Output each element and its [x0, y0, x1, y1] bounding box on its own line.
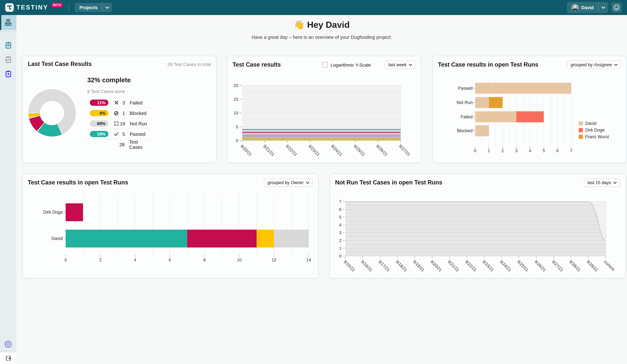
- svg-text:3: 3: [515, 148, 518, 153]
- svg-text:Failed: Failed: [461, 114, 472, 119]
- chevron-down-icon: [409, 64, 412, 66]
- svg-text:9/27/21: 9/27/21: [551, 259, 564, 272]
- beta-badge: BETA: [52, 2, 63, 7]
- svg-text:9/19/21: 9/19/21: [412, 259, 425, 272]
- sidebar: [0, 15, 16, 352]
- log-scale-label: Logarithmic Y-Scale: [330, 62, 371, 67]
- card-title: Test Case results: [232, 61, 322, 68]
- not-run-area-chart: 012345679/15/219/16/219/17/219/18/219/19…: [330, 174, 625, 278]
- svg-text:15: 15: [233, 97, 238, 102]
- sidebar-collapse-button[interactable]: [0, 352, 16, 364]
- log-scale-checkbox[interactable]: [322, 62, 328, 68]
- gear-icon: [4, 340, 12, 348]
- sidebar-item-test-runs[interactable]: [0, 67, 16, 81]
- log-scale-toggle[interactable]: Logarithmic Y-Scale: [322, 62, 371, 68]
- chevron-down-icon: [613, 182, 617, 184]
- svg-text:Franz Wurst: Franz Wurst: [585, 134, 609, 139]
- svg-text:7: 7: [570, 148, 572, 153]
- card-title: Last Test Case Results: [28, 61, 167, 68]
- projects-button-label: Projects: [75, 3, 102, 12]
- svg-text:9/25/21: 9/25/21: [353, 144, 366, 157]
- group-by-select[interactable]: grouped by Assignee: [567, 61, 621, 69]
- card-title: Test Case results in open Test Runs: [438, 61, 567, 68]
- svg-text:9/25/21: 9/25/21: [516, 259, 529, 272]
- brand-wordmark: TESTINY: [16, 4, 48, 11]
- page-title: 👋 Hey David: [16, 20, 627, 30]
- svg-text:5: 5: [236, 125, 238, 129]
- svg-text:Passed: Passed: [458, 86, 472, 91]
- svg-text:Dirk Doge: Dirk Doge: [43, 210, 63, 215]
- assignee-bar-chart: PassedNot RunFailedBlocked01234567DavidD…: [433, 56, 626, 162]
- svg-text:20: 20: [233, 83, 238, 88]
- svg-text:4: 4: [529, 148, 531, 153]
- testiny-logo-icon: [5, 3, 14, 12]
- svg-text:9/26/21: 9/26/21: [375, 144, 389, 157]
- collapse-sidebar-icon: [5, 356, 11, 361]
- user-name: David: [581, 5, 594, 10]
- svg-text:14: 14: [306, 258, 311, 262]
- svg-text:10: 10: [237, 258, 242, 262]
- chevron-down-icon: [614, 64, 618, 66]
- svg-text:9/24/21: 9/24/21: [499, 259, 512, 272]
- sidebar-item-test-plans[interactable]: [0, 52, 16, 67]
- card-open-runs-by-assignee: Test Case results in open Test Runs grou…: [432, 56, 627, 163]
- user-menu-button[interactable]: David: [567, 2, 608, 13]
- svg-text:9/22/21: 9/22/21: [285, 144, 298, 157]
- svg-text:12: 12: [272, 258, 276, 262]
- svg-text:4: 4: [134, 258, 136, 262]
- svg-text:2: 2: [339, 238, 341, 243]
- top-bar: TESTINY BETA Projects: [0, 0, 627, 15]
- svg-text:9/24/21: 9/24/21: [330, 144, 343, 157]
- projects-button[interactable]: Projects: [75, 3, 112, 12]
- svg-text:1: 1: [339, 246, 341, 251]
- page-subtitle: Have a great day – here is an overview o…: [16, 35, 627, 40]
- svg-text:9/15/21: 9/15/21: [343, 259, 356, 272]
- svg-text:Dirk Doge: Dirk Doge: [585, 128, 605, 133]
- svg-text:9/20/21: 9/20/21: [430, 259, 443, 272]
- svg-text:0: 0: [339, 254, 341, 259]
- svg-text:9/28/21: 9/28/21: [568, 259, 582, 272]
- sidebar-item-settings[interactable]: [0, 340, 16, 348]
- welcome-header: 👋 Hey David Have a great day – here is a…: [16, 20, 627, 40]
- card-open-runs-by-owner: Test Case results in open Test Runs grou…: [22, 174, 318, 278]
- svg-text:9/21/21: 9/21/21: [262, 144, 275, 157]
- svg-text:9/22/21: 9/22/21: [464, 259, 477, 272]
- svg-text:current: current: [603, 259, 616, 272]
- svg-text:4: 4: [339, 223, 341, 227]
- app-logo[interactable]: TESTINY BETA: [5, 3, 63, 12]
- sidebar-item-test-cases[interactable]: [0, 38, 16, 52]
- total-note: 28 Test Cases in total: [167, 61, 211, 67]
- time-range-select[interactable]: last 15 days: [584, 179, 620, 187]
- clipboard-lines-icon: [4, 41, 12, 49]
- wave-emoji: 👋: [294, 20, 305, 30]
- svg-text:7: 7: [339, 199, 341, 204]
- clipboard-check-icon: [4, 56, 12, 63]
- group-by-select[interactable]: grouped by Owner: [264, 179, 313, 187]
- card-last-test-case-results: Last Test Case Results 28 Test Cases in …: [22, 56, 216, 163]
- feedback-smiley-button[interactable]: [611, 2, 622, 13]
- svg-text:9/27/21: 9/27/21: [398, 144, 411, 157]
- time-range-select[interactable]: last week: [384, 61, 416, 69]
- svg-text:9/20/21: 9/20/21: [240, 144, 253, 157]
- svg-text:6: 6: [169, 258, 171, 262]
- last-results-donut-chart: [23, 56, 216, 162]
- svg-text:9/16/21: 9/16/21: [360, 259, 373, 272]
- svg-text:2: 2: [501, 148, 504, 153]
- card-not-run-test-cases: Not Run Test Cases in open Test Runs las…: [329, 174, 626, 278]
- svg-text:6: 6: [339, 207, 341, 212]
- svg-text:Not Run: Not Run: [457, 100, 472, 105]
- card-title: Test Case results in open Test Runs: [28, 179, 264, 186]
- svg-text:9/21/21: 9/21/21: [447, 259, 460, 272]
- app-root: TESTINY BETA Projects: [0, 0, 627, 364]
- svg-text:8: 8: [203, 258, 206, 262]
- svg-text:0: 0: [236, 138, 238, 143]
- owner-bar-chart: Dirk DogeDavid02468101214: [23, 174, 318, 278]
- svg-text:1: 1: [488, 148, 490, 153]
- dashboard-inbox-icon: [4, 19, 12, 26]
- svg-text:5: 5: [543, 148, 545, 153]
- chevron-down-icon[interactable]: [102, 3, 112, 12]
- chevron-down-icon[interactable]: [599, 2, 608, 13]
- svg-text:2: 2: [99, 258, 102, 262]
- card-title: Not Run Test Cases in open Test Runs: [335, 179, 584, 186]
- sidebar-item-overview[interactable]: [0, 15, 16, 30]
